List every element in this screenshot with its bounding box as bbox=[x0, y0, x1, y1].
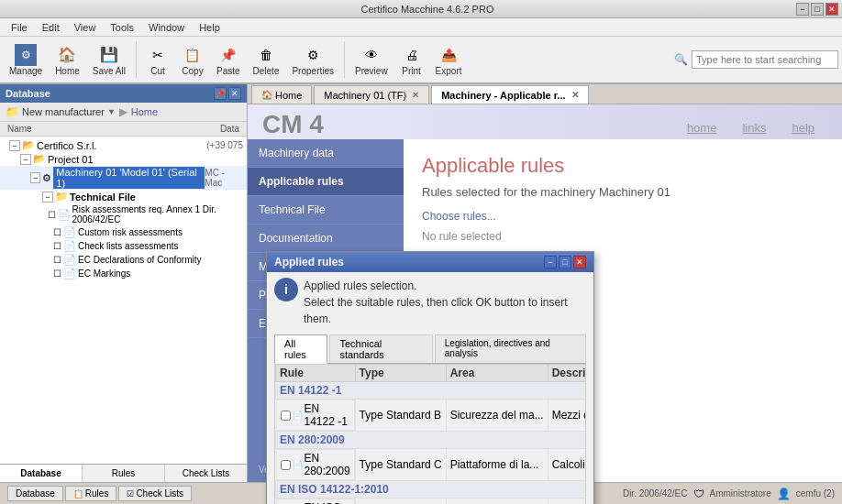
dialog-tab-all[interactable]: All rules bbox=[274, 334, 327, 364]
expand-icon[interactable]: − bbox=[42, 192, 53, 203]
col-rule-header: Rule bbox=[276, 365, 356, 382]
table-row[interactable]: 📄 EN 280:2009 Type Standard C Piattaform… bbox=[276, 449, 587, 481]
checkbox-icon: ☐ bbox=[53, 227, 61, 237]
menu-item-file[interactable]: File bbox=[4, 20, 35, 35]
toolbar-preview-btn[interactable]: 👁 Preview bbox=[349, 40, 393, 80]
menu-item-view[interactable]: View bbox=[67, 20, 104, 35]
status-tab-checklists[interactable]: ☑Check Lists bbox=[118, 486, 192, 501]
nav-item-technical-file[interactable]: Technical File bbox=[248, 196, 404, 225]
tree-text: Technical File bbox=[70, 192, 136, 203]
dialog-minimize-btn[interactable]: − bbox=[544, 256, 557, 268]
tree-item[interactable]: ☐ 📄 EC Declarations of Conformity bbox=[0, 253, 247, 267]
tab-database[interactable]: Database bbox=[0, 465, 83, 482]
tree-text: EC Declarations of Conformity bbox=[78, 255, 202, 265]
tree-text: Risk assessments req. Annex 1 Dir. 2006/… bbox=[72, 204, 243, 225]
tree-item[interactable]: − 📂 Certifico S.r.l. (+39 075 bbox=[0, 138, 247, 152]
home-breadcrumb[interactable]: Home bbox=[131, 106, 158, 117]
folder-icon: 📁 bbox=[6, 105, 19, 118]
page-subtitle: Rules selected for the machinery Machine… bbox=[422, 185, 824, 199]
nav-item-machinery-data[interactable]: Machinery data bbox=[248, 139, 404, 168]
table-row[interactable]: 📄 EN 14122 -1 Type Standard B Sicurezza … bbox=[276, 400, 587, 432]
tree-item[interactable]: − ⚙ Machinery 01 'Model 01' (Serial 1) M… bbox=[0, 166, 247, 190]
tab-rules[interactable]: Rules bbox=[83, 465, 165, 482]
dialog-maximize-btn[interactable]: □ bbox=[559, 256, 571, 268]
directive-label: Dir. 2006/42/EC bbox=[623, 488, 688, 499]
status-right: Dir. 2006/42/EC 🛡 Amministratore 👤 cemfu… bbox=[623, 488, 835, 500]
tree-data: (+39 075 bbox=[206, 140, 243, 150]
menu-bar: File Edit View Tools Window Help bbox=[0, 18, 842, 37]
cm4-nav-help[interactable]: help bbox=[779, 117, 827, 138]
dialog-titlebar: Applied rules − □ ✕ bbox=[267, 252, 593, 272]
tree-item[interactable]: − 📂 Project 01 bbox=[0, 152, 247, 166]
close-icon[interactable]: ✕ bbox=[571, 90, 579, 100]
title-bar: Certifico Macchine 4.6.2 PRO − □ ✕ bbox=[0, 0, 842, 18]
tree-text: EC Markings bbox=[78, 268, 130, 279]
panel-close-btn[interactable]: ✕ bbox=[228, 87, 241, 100]
toolbar-saveall-btn[interactable]: 💾 Save All bbox=[87, 40, 131, 80]
toolbar-print-btn[interactable]: 🖨 Print bbox=[395, 40, 428, 80]
tree-item[interactable]: ☐ 📄 Risk assessments req. Annex 1 Dir. 2… bbox=[0, 203, 247, 225]
toolbar-cut-btn[interactable]: ✂ Cut bbox=[141, 40, 174, 80]
menu-item-edit[interactable]: Edit bbox=[35, 20, 67, 35]
folder-icon: 📁 bbox=[55, 191, 68, 203]
rule-icon: 📄 bbox=[293, 460, 303, 469]
rules-table-scroll[interactable]: Rule Type Area Description O U... bbox=[274, 364, 586, 504]
nav-item-documentation[interactable]: Documentation bbox=[248, 225, 404, 253]
maximize-btn[interactable]: □ bbox=[811, 3, 824, 16]
cm4-header-area: CM 4 home links help bbox=[248, 104, 842, 139]
dialog-tab-legislation[interactable]: Legislation, directives and analysis bbox=[435, 334, 586, 363]
cm4-nav-home[interactable]: home bbox=[674, 117, 730, 138]
tree-item[interactable]: ☐ 📄 Custom risk assessments bbox=[0, 225, 247, 239]
rule-checkbox[interactable] bbox=[281, 460, 291, 470]
new-manufacturer-btn[interactable]: 📁 New manufacturer ▼ bbox=[6, 105, 116, 118]
delete-label: Delete bbox=[253, 66, 280, 76]
home-label: Home bbox=[55, 66, 80, 76]
dialog-body: i Applied rules selection. Select the su… bbox=[267, 272, 593, 504]
tab-applicable[interactable]: Machinery - Applicable r... ✕ bbox=[431, 85, 588, 104]
user-icon: 👤 bbox=[777, 488, 791, 500]
menu-item-window[interactable]: Window bbox=[141, 20, 192, 35]
table-row[interactable]: 📄 EN ISO 14122... Type Standard B Sicure… bbox=[276, 499, 587, 505]
cm4-nav-links[interactable]: links bbox=[729, 117, 779, 138]
toolbar-delete-btn[interactable]: 🗑 Delete bbox=[248, 40, 285, 80]
menu-item-help[interactable]: Help bbox=[192, 20, 227, 35]
tab-machinery01[interactable]: Machinery 01 (TF) ✕ bbox=[314, 85, 429, 104]
rule-checkbox[interactable] bbox=[281, 411, 291, 421]
close-icon[interactable]: ✕ bbox=[412, 90, 419, 100]
panel-pin-btn[interactable]: 📌 bbox=[214, 87, 227, 100]
toolbar-paste-btn[interactable]: 📌 Paste bbox=[211, 40, 246, 80]
doc-icon: 📄 bbox=[58, 209, 71, 221]
tab-checklists[interactable]: Check Lists bbox=[165, 465, 247, 482]
menu-item-tools[interactable]: Tools bbox=[103, 20, 141, 35]
toolbar-home-btn[interactable]: 🏠 Home bbox=[50, 40, 85, 80]
tab-home[interactable]: 🏠 Home bbox=[251, 85, 312, 104]
toolbar-manage-btn[interactable]: ⚙ Manage bbox=[4, 40, 48, 80]
status-tab-database[interactable]: Database bbox=[7, 486, 63, 501]
dialog-info-text: Applied rules selection. Select the suit… bbox=[304, 278, 586, 327]
dialog-tab-technical[interactable]: Technical standards bbox=[329, 334, 432, 363]
search-input[interactable] bbox=[692, 50, 838, 69]
toolbar-properties-btn[interactable]: ⚙ Properties bbox=[286, 40, 339, 80]
choose-rules-link[interactable]: Choose rules... bbox=[422, 210, 824, 223]
machinery-icon: ⚙ bbox=[42, 172, 51, 184]
group-row: EN 14122 -1 bbox=[276, 382, 587, 400]
doc-icon: 📄 bbox=[63, 254, 76, 266]
expand-icon[interactable]: − bbox=[20, 154, 31, 165]
close-btn[interactable]: ✕ bbox=[825, 3, 838, 16]
toolbar-copy-btn[interactable]: 📋 Copy bbox=[176, 40, 209, 80]
shield-icon: 🛡 bbox=[693, 488, 704, 500]
col-desc-header: Description bbox=[548, 365, 586, 382]
tree-item[interactable]: ☐ 📄 Check lists assessments bbox=[0, 239, 247, 253]
tab-machinery01-label: Machinery 01 (TF) bbox=[324, 90, 406, 101]
tree-item[interactable]: ☐ 📄 EC Markings bbox=[0, 267, 247, 280]
status-tab-rules[interactable]: 📋Rules bbox=[65, 486, 117, 501]
expand-icon[interactable]: − bbox=[30, 172, 41, 183]
expand-icon[interactable]: − bbox=[9, 140, 20, 151]
tree-item[interactable]: − 📁 Technical File bbox=[0, 190, 247, 203]
nav-item-applicable-rules[interactable]: Applicable rules bbox=[248, 168, 404, 196]
minimize-btn[interactable]: − bbox=[796, 3, 809, 16]
dialog-tabs: All rules Technical standards Legislatio… bbox=[274, 334, 586, 364]
toolbar-export-btn[interactable]: 📤 Export bbox=[430, 40, 468, 80]
print-label: Print bbox=[402, 66, 421, 76]
dialog-close-btn[interactable]: ✕ bbox=[573, 256, 586, 268]
